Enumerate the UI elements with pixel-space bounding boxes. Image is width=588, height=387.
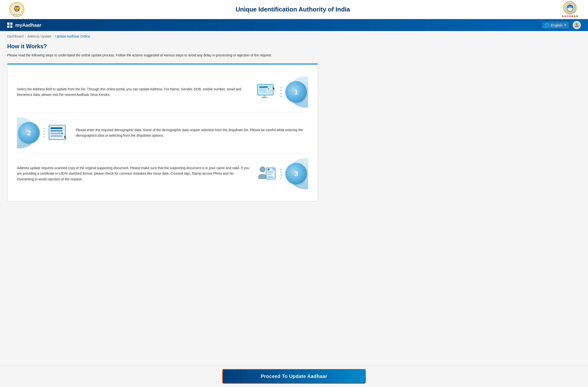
svg-text:🦁: 🦁: [13, 5, 20, 12]
aadhaar-text: AADHAAR: [562, 15, 578, 18]
breadcrumb-sep-1: ›: [25, 35, 26, 38]
app-title: myAadhaar: [15, 22, 41, 28]
step-2-text: Please enter the required demographic da…: [76, 127, 308, 139]
bottom-bar: Proceed To Update Aadhaar: [0, 366, 588, 387]
svg-rect-27: [267, 171, 273, 172]
svg-rect-29: [267, 174, 272, 175]
breadcrumb-dashboard[interactable]: Dashboard: [7, 34, 24, 38]
top-header: 🦁 सत्यमेव जयते Unique Identification Aut…: [0, 0, 588, 19]
svg-rect-12: [259, 90, 266, 91]
step-row-3: Address update requires scanned copy of …: [17, 153, 308, 194]
step-1-number: 1: [285, 81, 307, 103]
svg-rect-10: [259, 88, 266, 89]
svg-rect-31: [267, 177, 273, 178]
chevron-down-icon: ▼: [564, 24, 567, 26]
step-2-circle-area: 2: [17, 117, 41, 148]
step-2-visual: 2 ▼: [17, 117, 69, 148]
step-1-icon: [256, 81, 278, 103]
header-title: Unique Identification Authority of India: [26, 6, 559, 13]
step-3-text: Address update requires scanned copy of …: [17, 165, 249, 182]
breadcrumb-update-online[interactable]: Update Aadhaar Online: [55, 34, 90, 38]
step-row-1: Select the Address field to update from …: [17, 72, 308, 113]
step-3-number: 3: [285, 163, 307, 184]
intro-text: Please read the following steps to under…: [7, 53, 318, 58]
svg-rect-15: [261, 97, 268, 98]
svg-rect-19: [50, 130, 63, 132]
svg-text:सत्यमेव जयते: सत्यमेव जयते: [12, 14, 21, 15]
user-avatar[interactable]: [573, 21, 581, 29]
dots-sep-3: [278, 169, 284, 179]
nav-left: myAadhaar: [7, 22, 41, 28]
grid-icon: [7, 22, 12, 28]
svg-text:▼: ▼: [61, 133, 63, 134]
step-3-circle-area: 3: [284, 158, 308, 189]
svg-point-25: [260, 167, 265, 172]
page-title: How it Works?: [7, 43, 581, 50]
svg-rect-18: [50, 127, 63, 129]
svg-rect-23: [50, 135, 63, 137]
dots-sep-2: [41, 128, 47, 138]
emblem-logo: 🦁 सत्यमेव जयते: [7, 2, 26, 17]
svg-rect-28: [267, 172, 273, 173]
breadcrumb: Dashboard › Address Update › Update Aadh…: [0, 31, 588, 38]
language-label: English: [551, 23, 562, 27]
aadhaar-logo: AADHAAR: [559, 2, 581, 17]
svg-point-13: [268, 90, 270, 92]
svg-rect-9: [259, 86, 268, 88]
header-title-area: Unique Identification Authority of India: [26, 6, 559, 13]
nav-right: 🌐 English ▼: [542, 21, 581, 29]
breadcrumb-sep-2: ›: [53, 35, 54, 38]
step-1-visual: 1: [256, 77, 308, 107]
svg-point-5: [570, 7, 570, 8]
breadcrumb-address-update[interactable]: Address Update: [27, 34, 51, 38]
svg-rect-20: [50, 133, 61, 134]
step-row-2: Please enter the required demographic da…: [17, 113, 308, 153]
step-2-number: 2: [18, 122, 40, 143]
step-3-icon: [256, 163, 278, 184]
step-3-visual: 3: [256, 158, 308, 189]
step-1-text: Select the Address field to update from …: [17, 86, 249, 98]
svg-point-6: [576, 23, 578, 25]
language-selector[interactable]: 🌐 English ▼: [542, 22, 569, 28]
proceed-button[interactable]: Proceed To Update Aadhaar: [222, 369, 366, 384]
step-2-icon: ▼: [47, 122, 69, 143]
dots-sep-1: [278, 87, 284, 97]
step-1-circle-area: 1: [284, 77, 308, 107]
main-content: How it Works? Please read the following …: [0, 38, 588, 221]
svg-rect-8: [258, 85, 273, 94]
svg-point-30: [268, 168, 270, 171]
lang-icon: 🌐: [545, 23, 549, 27]
nav-bar: myAadhaar 🌐 English ▼: [0, 19, 588, 31]
steps-card: Select the Address field to update from …: [7, 63, 318, 201]
